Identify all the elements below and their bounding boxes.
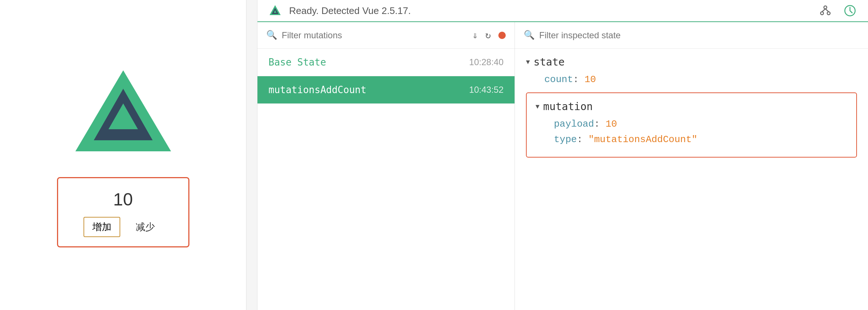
mutation-property-payload: payload: 10	[536, 119, 847, 130]
state-filter-bar: 🔍	[515, 22, 868, 49]
mutation-section-box: ▼ mutation payload: 10 type: "mutationsA…	[526, 92, 857, 158]
devtools-panel: Ready. Detected Vue 2.5.17.	[257, 0, 868, 310]
download-icon[interactable]: ⇓	[472, 29, 478, 41]
svg-line-9	[822, 9, 825, 12]
prop-key: payload	[554, 119, 594, 130]
state-panel: 🔍 ▼ state count: 10	[515, 22, 868, 310]
settings-icon[interactable]	[819, 4, 832, 17]
vue-logo	[68, 63, 178, 159]
state-property-count: count: 10	[526, 74, 857, 85]
mutation-section-header[interactable]: ▼ mutation	[536, 101, 847, 113]
state-content: ▼ state count: 10 ▼ mutation payload: 10	[515, 49, 868, 310]
counter-box: 10 增加 减少	[57, 177, 189, 247]
mutation-item[interactable]: Base State 10:28:40	[257, 49, 515, 76]
svg-line-10	[825, 9, 829, 12]
collapse-triangle-mutation-icon: ▼	[536, 103, 540, 110]
mutations-panel: 🔍 ⇓ ↻ Base State 10:28:40	[257, 22, 515, 310]
mutation-name: Base State	[268, 57, 326, 68]
svg-point-7	[821, 12, 823, 15]
mutations-filter-input[interactable]	[282, 30, 465, 40]
history-icon[interactable]	[843, 4, 857, 18]
state-filter-input[interactable]	[539, 30, 859, 40]
prop-value: 10	[605, 119, 617, 130]
counter-value: 10	[77, 189, 170, 209]
state-section-header[interactable]: ▼ state	[526, 56, 857, 68]
prop-key: type	[554, 134, 577, 145]
devtools-body: 🔍 ⇓ ↻ Base State 10:28:40	[257, 22, 868, 310]
mutations-filter-search: 🔍	[266, 30, 465, 40]
mutations-filter-bar: 🔍 ⇓ ↻	[257, 22, 515, 49]
svg-point-6	[824, 6, 827, 9]
record-button[interactable]	[498, 32, 506, 39]
devtools-header: Ready. Detected Vue 2.5.17.	[257, 0, 868, 22]
mutation-section-name: mutation	[543, 101, 593, 113]
mutation-property-type: type: "mutationsAddCount"	[536, 134, 847, 145]
mutation-time: 10:43:52	[469, 85, 504, 95]
state-section-name: state	[534, 56, 565, 68]
subtract-button[interactable]: 减少	[128, 217, 163, 237]
prop-key: count	[544, 74, 573, 85]
state-section: ▼ state count: 10	[526, 56, 857, 85]
middle-divider	[246, 0, 257, 310]
vue-logo-devtools-icon	[268, 4, 282, 17]
devtools-toolbar-icons	[819, 4, 857, 18]
refresh-icon[interactable]: ↻	[485, 29, 491, 41]
mutations-list: Base State 10:28:40 mutationsAddCount 10…	[257, 49, 515, 310]
vue-app-panel: 10 增加 减少	[0, 0, 246, 310]
counter-buttons: 增加 减少	[77, 217, 170, 237]
mutation-name: mutationsAddCount	[268, 84, 366, 95]
svg-point-8	[827, 12, 830, 15]
mutation-time: 10:28:40	[469, 57, 504, 67]
mutations-search-icon: 🔍	[266, 30, 277, 40]
mutation-item[interactable]: mutationsAddCount 10:43:52	[257, 76, 515, 104]
mutations-filter-actions: ⇓ ↻	[472, 29, 506, 41]
add-button[interactable]: 增加	[83, 217, 120, 237]
state-search-icon: 🔍	[524, 30, 535, 40]
collapse-triangle-icon: ▼	[526, 59, 530, 66]
prop-value: 10	[584, 74, 596, 85]
devtools-status: Ready. Detected Vue 2.5.17.	[289, 5, 811, 17]
prop-value: "mutationsAddCount"	[588, 134, 697, 145]
